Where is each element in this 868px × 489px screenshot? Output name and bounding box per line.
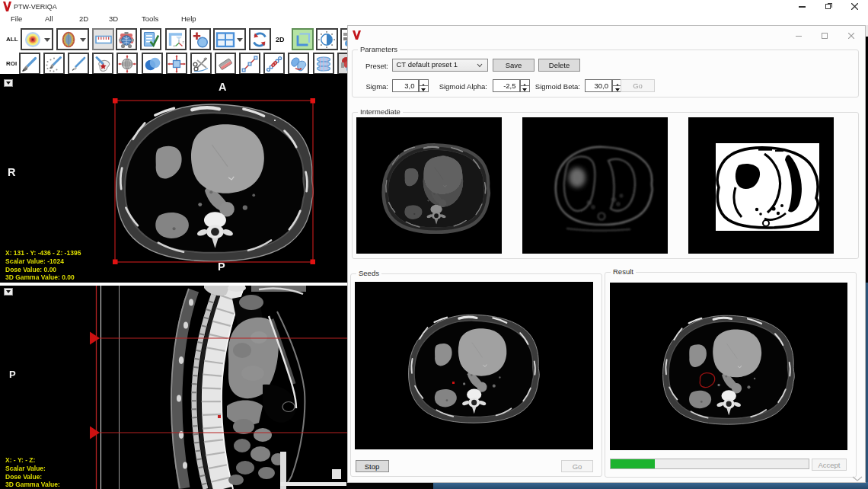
svg-text:x: x bbox=[173, 43, 175, 47]
svg-text:z: z bbox=[182, 40, 184, 43]
